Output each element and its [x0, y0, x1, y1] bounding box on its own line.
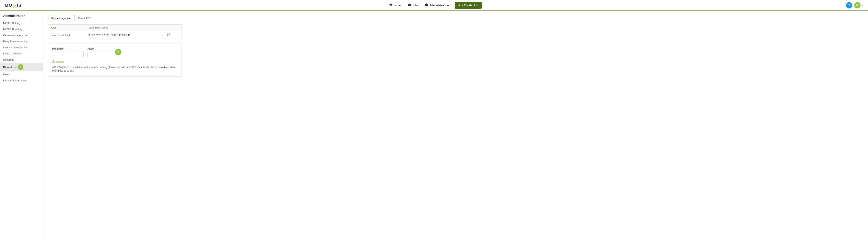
- check-icon: ✓: [162, 33, 164, 37]
- sidebar-item-label: DSGVO Information: [3, 79, 26, 82]
- svg-rect-3: [409, 4, 410, 4]
- key-table-header: Alias Valid Time Period: [48, 25, 182, 31]
- tab-check-pdf[interactable]: Check PDF: [75, 15, 94, 21]
- sidebar-badge-1: 1: [18, 64, 23, 70]
- main-content: Key management Check PDF Alias Valid Tim…: [43, 11, 868, 239]
- sidebar-item-label: MOXIS Settings: [3, 22, 21, 25]
- upload-icon: [52, 60, 55, 64]
- upload-label: Upload: [56, 60, 64, 63]
- nav-home-label: Home: [394, 4, 401, 7]
- sidebar-item-generate-placeholder[interactable]: Generate placeholder: [0, 32, 43, 38]
- password-required: *: [63, 47, 64, 50]
- nav-jobs[interactable]: Jobs: [405, 2, 421, 9]
- sidebar-item-label: Generate placeholder: [3, 34, 28, 37]
- main-nav: Home Jobs Administration + + Create Jo: [386, 2, 482, 9]
- create-job-button[interactable]: + + Create Job: [455, 2, 482, 9]
- form-inputs-row: Password* Alias* 2: [52, 47, 178, 58]
- nav-home[interactable]: Home: [386, 2, 404, 9]
- key-table-body: biometric-default 05.07.2023 07:11 - 05.…: [48, 31, 182, 39]
- sidebar-item-label: Biometrics: [3, 66, 16, 69]
- alias-input[interactable]: [88, 51, 119, 58]
- col-actions: [159, 25, 182, 31]
- logo: MO IS: [5, 3, 22, 8]
- sidebar-item-reporting[interactable]: Reporting: [0, 57, 43, 63]
- sidebar-item-users[interactable]: Users: [0, 71, 43, 77]
- main-layout: Administration MOXIS Settings MOXIS Bran…: [0, 11, 868, 239]
- nav-administration-label: Administration: [430, 4, 449, 7]
- sidebar-item-moxis-settings[interactable]: MOXIS Settings: [0, 20, 43, 26]
- password-input[interactable]: [52, 51, 84, 58]
- key-table: Alias Valid Time Period biometric-defaul…: [48, 24, 182, 39]
- nav-administration[interactable]: Administration: [423, 2, 452, 9]
- help-label: ?: [848, 4, 850, 7]
- sidebar-item-invite-co-worker[interactable]: Invite Co-Worker: [0, 50, 43, 57]
- sidebar-item-label: Invite Co-Worker: [3, 52, 22, 55]
- tab-key-management-label: Key management: [51, 17, 71, 20]
- cell-actions: ✓: [159, 31, 182, 39]
- col-valid-time: Valid Time Period: [86, 25, 159, 31]
- chevron-down-icon: ▼: [861, 4, 863, 6]
- sidebar-item-dsgvo-information[interactable]: DSGVO Information: [0, 77, 43, 83]
- download-icon-button[interactable]: [166, 32, 171, 38]
- sidebar-item-label: Reporting: [3, 58, 14, 61]
- gear-icon: [425, 3, 428, 7]
- cell-valid-time: 05.07.2023 07:11 - 05.07.2026 07:11: [86, 31, 159, 39]
- upload-button[interactable]: Upload: [52, 60, 64, 64]
- sidebar-item-label: MOXIS Branding: [3, 28, 23, 31]
- alias-required: *: [93, 47, 94, 50]
- tab-bar: Key management Check PDF: [48, 15, 863, 21]
- check-icon-button[interactable]: ✓: [162, 33, 165, 37]
- upload-form-section: Password* Alias* 2: [48, 43, 182, 77]
- sidebar-item-license-management[interactable]: License management: [0, 44, 43, 50]
- sidebar-item-biometrics[interactable]: Biometrics 1: [0, 63, 43, 71]
- logo-text: MO IS: [5, 3, 22, 8]
- user-initials: AH: [856, 4, 859, 7]
- sidebar-item-label: Retry Post-processing: [3, 40, 28, 43]
- badge-2: 2: [115, 49, 121, 55]
- download-icon: [167, 34, 170, 37]
- jobs-icon: [408, 3, 411, 7]
- cell-alias: biometric-default: [48, 31, 86, 39]
- info-text: A PKCS #12 file is mandatory for the cor…: [52, 65, 178, 72]
- col-alias: Alias: [48, 25, 86, 31]
- alias-label: Alias*: [88, 47, 119, 50]
- create-job-label: + Create Job: [462, 4, 478, 7]
- user-avatar: AH: [854, 2, 861, 8]
- tab-key-management[interactable]: Key management: [48, 15, 75, 21]
- sidebar-item-moxis-branding[interactable]: MOXIS Branding: [0, 26, 43, 32]
- help-button[interactable]: ?: [846, 2, 852, 8]
- sidebar-item-label: License management: [3, 46, 28, 49]
- password-field-group: Password*: [52, 47, 84, 58]
- row-actions: ✓: [162, 32, 179, 38]
- nav-jobs-label: Jobs: [412, 4, 418, 7]
- sidebar-title: Administration: [0, 14, 43, 20]
- user-dropdown[interactable]: AH ▼: [854, 2, 863, 8]
- app-header: MO IS Home Jobs: [0, 0, 868, 11]
- password-label: Password*: [52, 47, 84, 50]
- plus-icon: +: [458, 4, 460, 7]
- sidebar-item-retry-post-processing[interactable]: Retry Post-processing: [0, 38, 43, 44]
- alias-field-group: Alias*: [88, 47, 119, 58]
- tab-check-pdf-label: Check PDF: [78, 17, 91, 20]
- header-right: ? AH ▼: [846, 2, 863, 8]
- table-row: biometric-default 05.07.2023 07:11 - 05.…: [48, 31, 182, 39]
- home-icon: [389, 3, 392, 7]
- sidebar-item-label: Users: [3, 73, 10, 76]
- sidebar: Administration MOXIS Settings MOXIS Bran…: [0, 11, 43, 239]
